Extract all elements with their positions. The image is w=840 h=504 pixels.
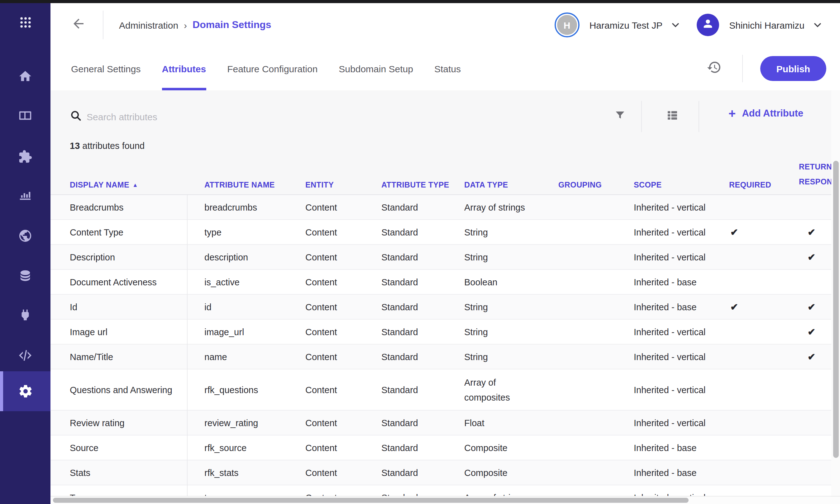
tab-general-settings[interactable]: General Settings bbox=[71, 47, 141, 90]
table-row[interactable]: Image url image_url Content Standard Str… bbox=[51, 320, 840, 344]
sidebar-item[interactable] bbox=[0, 62, 51, 90]
cell-attribute-type: Standard bbox=[381, 299, 464, 314]
history-button[interactable] bbox=[706, 60, 722, 77]
sidebar-item[interactable] bbox=[0, 301, 51, 328]
table-row[interactable]: Document Activeness is_active Content St… bbox=[51, 270, 840, 295]
org-avatar[interactable]: H bbox=[555, 13, 579, 37]
cell-scope: Inherited - vertical bbox=[634, 415, 729, 430]
window-top-edge bbox=[0, 0, 840, 3]
publish-button[interactable]: Publish bbox=[760, 56, 826, 81]
user-chevron-down-icon[interactable] bbox=[814, 22, 821, 28]
sidebar-item[interactable] bbox=[0, 262, 51, 289]
cell-attribute-type: Standard bbox=[381, 324, 464, 339]
column-header-required[interactable]: REQUIRED bbox=[729, 181, 799, 197]
cell-attribute-name: breadcrumbs bbox=[204, 200, 305, 215]
cell-entity: Content bbox=[305, 382, 381, 397]
search-input[interactable] bbox=[87, 107, 355, 126]
puzzle-icon bbox=[18, 149, 32, 164]
check-icon: ✔ bbox=[808, 301, 816, 312]
table-row[interactable]: Review rating review_rating Content Stan… bbox=[51, 411, 840, 435]
table-row[interactable]: Breadcrumbs breadcrumbs Content Standard… bbox=[51, 195, 840, 220]
cell-attribute-type: Standard bbox=[381, 250, 464, 265]
horizontal-scrollbar-thumb[interactable] bbox=[53, 498, 689, 503]
column-header-attribute-type[interactable]: ATTRIBUTE TYPE bbox=[381, 181, 464, 197]
frozen-column-divider bbox=[187, 195, 187, 504]
table-row[interactable]: Questions and Answering rfk_questions Co… bbox=[51, 370, 840, 411]
cell-display-name: Document Activeness bbox=[70, 274, 204, 289]
cell-display-name: Review rating bbox=[70, 415, 204, 430]
table-row[interactable]: Stats rfk_stats Content Standard Composi… bbox=[51, 461, 840, 485]
add-attribute-label: Add Attribute bbox=[742, 108, 803, 119]
cell-entity: Content bbox=[305, 324, 381, 339]
column-header-display-name[interactable]: DISPLAY NAME▲ bbox=[70, 181, 204, 197]
view-options-button[interactable] bbox=[665, 109, 680, 124]
cell-attribute-type: Standard bbox=[381, 440, 464, 455]
app-window: Administration › Domain Settings H Haram… bbox=[0, 0, 840, 504]
cell-attribute-name: rfk_questions bbox=[204, 382, 305, 397]
cell-attribute-type: Standard bbox=[381, 274, 464, 289]
cell-display-name: Content Type bbox=[70, 224, 204, 239]
cell-scope: Inherited - vertical bbox=[634, 349, 729, 364]
tab-status[interactable]: Status bbox=[434, 47, 461, 90]
user-name[interactable]: Shinichi Haramizu bbox=[729, 20, 804, 30]
sidebar-item[interactable] bbox=[0, 102, 51, 129]
check-icon: ✔ bbox=[808, 351, 816, 362]
column-header-scope[interactable]: SCOPE bbox=[634, 181, 729, 197]
check-icon: ✔ bbox=[808, 227, 816, 237]
list-view-icon bbox=[666, 109, 679, 124]
cell-attribute-type: Standard bbox=[381, 224, 464, 239]
cell-scope: Inherited - vertical bbox=[634, 324, 729, 339]
org-name[interactable]: Haramizu Test JP bbox=[590, 20, 663, 30]
cell-data-type: String bbox=[464, 299, 558, 314]
add-attribute-button[interactable]: + Add Attribute bbox=[729, 107, 803, 120]
cell-display-name: Source bbox=[70, 440, 204, 455]
cell-scope: Inherited - base bbox=[634, 274, 729, 289]
table-row[interactable]: Description description Content Standard… bbox=[51, 245, 840, 270]
tab-subdomain-setup[interactable]: Subdomain Setup bbox=[339, 47, 413, 90]
vertical-scrollbar-thumb[interactable] bbox=[833, 161, 839, 458]
org-chevron-down-icon[interactable] bbox=[672, 22, 679, 28]
sidebar-item-active[interactable] bbox=[0, 371, 51, 411]
cell-display-name: Breadcrumbs bbox=[70, 200, 204, 215]
page-title: Domain Settings bbox=[193, 19, 271, 31]
cell-data-type: Array of strings bbox=[464, 200, 558, 215]
toolbar-divider bbox=[641, 101, 642, 132]
sidebar-item[interactable] bbox=[0, 341, 51, 369]
column-header-data-type[interactable]: DATA TYPE bbox=[464, 181, 558, 197]
app-launcher-button[interactable] bbox=[0, 16, 51, 32]
actions-divider bbox=[742, 55, 743, 82]
cell-attribute-name: description bbox=[204, 250, 305, 265]
column-header-entity[interactable]: ENTITY bbox=[305, 181, 381, 197]
back-button[interactable] bbox=[71, 17, 86, 32]
breadcrumb: Administration › Domain Settings bbox=[119, 19, 271, 31]
header-right: H Haramizu Test JP Shinichi Haramizu bbox=[555, 13, 821, 37]
table-row[interactable]: Source rfk_source Content Standard Compo… bbox=[51, 435, 840, 461]
cell-data-type: String bbox=[464, 224, 558, 239]
filter-button[interactable] bbox=[612, 109, 627, 124]
cell-attribute-type: Standard bbox=[381, 382, 464, 397]
cell-data-type: Array ofcomposites bbox=[464, 375, 558, 404]
sidebar-item[interactable] bbox=[0, 143, 51, 170]
column-header-grouping[interactable]: GROUPING bbox=[558, 181, 634, 197]
table-row[interactable]: Id id Content Standard String Inherited … bbox=[51, 295, 840, 320]
breadcrumb-section[interactable]: Administration bbox=[119, 20, 178, 30]
sidebar-item[interactable] bbox=[0, 222, 51, 249]
check-icon: ✔ bbox=[808, 251, 816, 262]
tab-bar: General SettingsAttributesFeature Config… bbox=[51, 47, 840, 90]
tab-feature-configuration[interactable]: Feature Configuration bbox=[227, 47, 318, 90]
cell-attribute-name: is_active bbox=[204, 274, 305, 289]
attributes-toolbar: + Add Attribute bbox=[51, 105, 840, 128]
table-row[interactable]: Name/Title name Content Standard String … bbox=[51, 344, 840, 370]
table-row[interactable]: Content Type type Content Standard Strin… bbox=[51, 220, 840, 245]
column-header-attribute-name[interactable]: ATTRIBUTE NAME bbox=[204, 181, 305, 197]
cell-entity: Content bbox=[305, 274, 381, 289]
history-clock-icon bbox=[707, 60, 721, 77]
plug-icon bbox=[18, 307, 32, 322]
cell-attribute-type: Standard bbox=[381, 349, 464, 364]
cell-entity: Content bbox=[305, 299, 381, 314]
tab-attributes[interactable]: Attributes bbox=[162, 47, 206, 90]
user-avatar[interactable] bbox=[697, 14, 719, 36]
cell-display-name: Name/Title bbox=[70, 349, 204, 364]
sidebar-item[interactable] bbox=[0, 181, 51, 209]
results-count-number: 13 bbox=[70, 141, 80, 151]
